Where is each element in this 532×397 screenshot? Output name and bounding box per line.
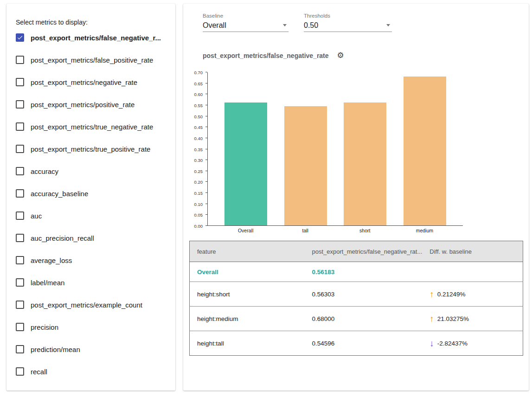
metric-item[interactable]: accuracy_baseline	[16, 182, 173, 205]
diff-text: 0.21249%	[437, 291, 466, 298]
chart-title: post_export_metrics/false_negative_rate	[203, 52, 329, 59]
feature-cell: height:tall	[190, 331, 305, 356]
metric-selector-panel: Select metrics to display: post_export_m…	[6, 4, 175, 391]
checkbox-unchecked[interactable]	[16, 145, 24, 153]
metric-label: post_export_metrics/true_negative_rate	[31, 123, 153, 131]
settings-gear-icon[interactable]: ⚙	[337, 51, 344, 59]
thresholds-select-value: 0.50	[304, 21, 318, 30]
metrics-table: feature post_export_metrics/false_negati…	[189, 241, 523, 356]
checkbox-unchecked[interactable]	[16, 100, 24, 109]
checkbox-unchecked[interactable]	[16, 78, 24, 86]
metric-item[interactable]: average_loss	[16, 249, 173, 271]
results-panel: Baseline Overall Thresholds 0.50 post_ex…	[183, 4, 529, 391]
checkbox-unchecked[interactable]	[16, 367, 24, 376]
value-cell: 0.54596	[305, 331, 423, 356]
metric-item[interactable]: post_export_metrics/negative_rate	[16, 71, 173, 93]
bar-medium[interactable]	[404, 77, 446, 225]
baseline-select[interactable]: Baseline Overall	[203, 13, 288, 32]
value-cell: 0.56183	[305, 262, 423, 282]
baseline-select-value: Overall	[203, 21, 226, 30]
metric-label: average_loss	[31, 256, 72, 264]
diff-text: -2.82437%	[437, 340, 468, 347]
metric-item[interactable]: post_export_metrics/false_positive_rate	[16, 49, 173, 71]
arrow-drop-down-icon[interactable]	[283, 24, 287, 26]
checkbox-checked[interactable]	[16, 33, 24, 42]
arrow-up-icon: ↑	[429, 314, 434, 323]
thresholds-select[interactable]: Thresholds 0.50	[304, 13, 392, 32]
metric-item[interactable]: post_export_metrics/false_negative_r...	[16, 26, 173, 49]
checkbox-unchecked[interactable]	[16, 323, 24, 331]
metric-label: accuracy	[31, 167, 58, 175]
checkbox-unchecked[interactable]	[16, 278, 24, 287]
metrics-list: post_export_metrics/false_negative_r...p…	[16, 26, 173, 383]
baseline-select-value-row[interactable]: Overall	[203, 20, 288, 32]
x-axis-labels: Overalltallshortmedium	[207, 228, 463, 233]
table-row: height:medium0.68000↑21.03275%	[190, 307, 523, 331]
checkbox-unchecked[interactable]	[16, 345, 24, 353]
diff-cell: ↑0.21249%	[422, 282, 523, 307]
arrow-drop-down-icon[interactable]	[386, 24, 390, 26]
value-cell: 0.68000	[305, 307, 423, 331]
chart-header: post_export_metrics/false_negative_rate …	[203, 51, 344, 59]
header-metric-value: post_export_metrics/false_negative_rat..…	[305, 241, 423, 262]
y-tick-label: 0.50	[194, 114, 203, 119]
y-tick-label: 0.65	[194, 81, 203, 86]
y-tick-label: 0.35	[194, 147, 203, 152]
table-row: Overall0.56183	[190, 262, 523, 282]
plot-area	[207, 72, 463, 226]
metric-item[interactable]: accuracy	[16, 160, 173, 182]
bar-short[interactable]	[344, 102, 386, 225]
metric-item[interactable]: prediction/mean	[16, 338, 173, 360]
bar-tall[interactable]	[284, 106, 327, 225]
y-tick-label: 0.15	[194, 191, 203, 196]
metric-label: post_export_metrics/positive_rate	[31, 101, 135, 109]
checkbox-unchecked[interactable]	[16, 234, 24, 242]
metric-label: post_export_metrics/example_count	[31, 301, 142, 309]
metric-item[interactable]: auc_precision_recall	[16, 227, 173, 249]
diff-cell: ↑21.03275%	[422, 307, 523, 331]
metric-label: post_export_metrics/false_negative_r...	[31, 34, 161, 42]
checkbox-unchecked[interactable]	[16, 301, 24, 309]
feature-cell: height:medium	[190, 307, 305, 331]
checkbox-unchecked[interactable]	[16, 167, 24, 175]
bar-overall[interactable]	[224, 102, 267, 225]
metric-label: post_export_metrics/false_positive_rate	[31, 56, 153, 64]
metric-item[interactable]: precision	[16, 316, 173, 338]
arrow-up-icon: ↑	[429, 290, 434, 299]
checkbox-unchecked[interactable]	[16, 211, 24, 220]
diff-cell: ↓-2.82437%	[422, 331, 523, 356]
y-tick-label: 0.10	[194, 201, 203, 206]
metric-label: label/mean	[31, 279, 64, 287]
header-diff-baseline: Diff. w. baseline	[422, 241, 523, 262]
metric-item[interactable]: post_export_metrics/true_negative_rate	[16, 115, 173, 138]
metric-label: auc	[31, 212, 42, 220]
metric-label: auc_precision_recall	[31, 234, 94, 242]
value-cell: 0.56303	[305, 282, 423, 307]
checkbox-unchecked[interactable]	[16, 56, 24, 64]
metric-item[interactable]: label/mean	[16, 271, 173, 294]
feature-cell: height:short	[190, 282, 305, 307]
checkbox-unchecked[interactable]	[16, 189, 24, 198]
metric-item[interactable]: auc	[16, 205, 173, 227]
controls-row: Baseline Overall Thresholds 0.50	[203, 13, 392, 32]
y-axis: 0.000.050.100.150.200.250.300.350.400.45…	[183, 72, 207, 226]
metric-item[interactable]: post_export_metrics/true_positive_rate	[16, 138, 173, 160]
metric-item[interactable]: post_export_metrics/example_count	[16, 294, 173, 316]
y-tick-label: 0.05	[194, 212, 203, 218]
metric-item[interactable]: recall	[16, 360, 173, 383]
x-tick-label: Overall	[224, 228, 267, 233]
thresholds-select-value-row[interactable]: 0.50	[304, 20, 392, 32]
y-tick-label: 0.70	[194, 70, 203, 75]
y-tick-label: 0.30	[194, 158, 203, 163]
metric-item[interactable]: post_export_metrics/positive_rate	[16, 93, 173, 115]
metrics-table-header: feature post_export_metrics/false_negati…	[190, 241, 523, 262]
header-feature: feature	[190, 241, 305, 262]
table-row: height:tall0.54596↓-2.82437%	[190, 331, 523, 356]
y-tick-label: 0.55	[194, 102, 203, 108]
x-tick-label: short	[344, 228, 386, 233]
diff-text: 21.03275%	[437, 315, 469, 322]
y-tick-label: 0.45	[194, 125, 203, 130]
checkbox-unchecked[interactable]	[16, 256, 24, 264]
metric-label: post_export_metrics/negative_rate	[31, 78, 137, 86]
checkbox-unchecked[interactable]	[16, 122, 24, 131]
